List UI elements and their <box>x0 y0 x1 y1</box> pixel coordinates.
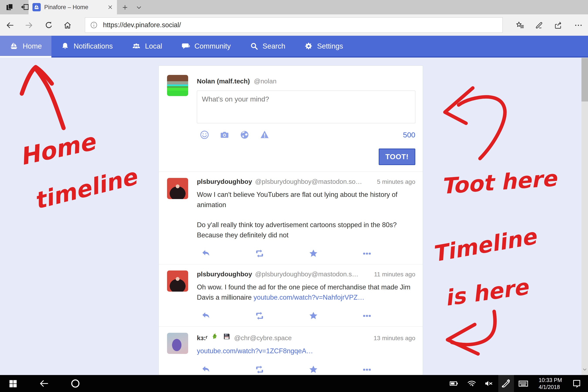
nav-item-home[interactable]: Home <box>0 36 52 56</box>
favorite-star-icon[interactable] <box>308 364 318 374</box>
timeline-post: plsburydoughboy @plsburydoughboy@mastodo… <box>159 172 423 264</box>
url-input[interactable] <box>102 21 474 29</box>
chars-remaining: 500 <box>403 131 415 139</box>
timeline-post: plsburydoughboy @plsburydoughboy@mastodo… <box>159 264 423 327</box>
screen: Pinafore – Home <box>0 0 588 392</box>
browser-more-icon[interactable] <box>574 20 583 30</box>
emoji-picker-icon[interactable] <box>200 130 210 140</box>
avatar[interactable] <box>167 178 188 199</box>
start-button[interactable] <box>6 375 20 392</box>
windows-ink-pen-icon[interactable] <box>498 375 514 392</box>
nav-label: Settings <box>317 42 343 50</box>
search-icon <box>250 42 258 50</box>
reply-icon[interactable] <box>201 249 211 258</box>
content-warning-icon[interactable] <box>260 130 270 140</box>
post-more-icon[interactable] <box>362 311 372 320</box>
share-icon[interactable] <box>554 20 563 30</box>
browser-tab[interactable]: Pinafore – Home <box>28 0 117 14</box>
post-link[interactable]: youtube.com/watch?v=NahfojrVPZ… <box>254 294 364 301</box>
taskbar-back-button[interactable] <box>38 375 50 392</box>
post-timestamp[interactable]: 13 minutes ago <box>374 335 415 342</box>
favorites-hub-icon[interactable] <box>515 20 525 30</box>
camera-icon[interactable] <box>220 130 230 140</box>
post-more-icon[interactable] <box>362 365 372 374</box>
post-user-name[interactable]: plsburydoughboy <box>197 270 252 278</box>
battery-icon[interactable] <box>447 375 461 392</box>
boost-icon[interactable] <box>254 311 264 321</box>
post-timestamp[interactable]: 5 minutes ago <box>377 178 415 185</box>
compose-user-handle: @nolan <box>254 78 276 85</box>
nav-item-community[interactable]: Community <box>172 36 240 56</box>
nav-item-settings[interactable]: Settings <box>295 36 352 56</box>
action-center-icon[interactable] <box>570 375 584 392</box>
post-user-handle: @chr@cybre.space <box>234 334 292 342</box>
avatar[interactable] <box>167 270 188 292</box>
compose-byline: Nolan (malf.tech) @nolan <box>197 78 415 85</box>
home-icon[interactable] <box>63 20 72 30</box>
timeline-feed: Nolan (malf.tech) @nolan <box>158 66 423 375</box>
browser-toolbar <box>0 14 588 36</box>
back-icon[interactable] <box>5 20 15 30</box>
nav-item-search[interactable]: Search <box>240 36 295 56</box>
dragon-emoji-icon <box>211 333 219 340</box>
floppy-disk-emoji-icon <box>223 333 230 340</box>
post-more-icon[interactable] <box>362 249 372 258</box>
post-user-name[interactable]: plsburydoughboy <box>197 178 252 185</box>
refresh-icon[interactable] <box>44 20 54 30</box>
site-info-icon[interactable] <box>90 21 98 29</box>
nav-label: Home <box>23 42 42 50</box>
toot-button[interactable]: TOOT! <box>379 148 415 165</box>
browser-tab-strip: Pinafore – Home <box>0 0 588 14</box>
nav-label: Local <box>145 42 162 50</box>
avatar[interactable] <box>167 333 188 354</box>
compose-toolbar: 500 <box>197 130 415 140</box>
taskbar-clock[interactable]: 10:33 PM 4/1/2018 <box>534 375 567 392</box>
bell-icon <box>61 42 69 50</box>
boost-icon[interactable] <box>254 248 264 258</box>
post-timestamp[interactable]: 11 minutes ago <box>374 271 415 278</box>
post-user-name[interactable]: kз:ʳ <box>197 334 208 342</box>
post-content: Oh wow. I found the ad for the one piece… <box>197 282 415 302</box>
new-tab-button[interactable] <box>120 3 130 12</box>
clock-time: 10:33 PM <box>538 376 562 384</box>
page-scrollbar[interactable] <box>582 58 588 375</box>
volume-muted-icon[interactable] <box>482 375 496 392</box>
post-content: Wow I can't believe YouTubers are flat o… <box>197 190 415 240</box>
avatar[interactable] <box>167 75 188 96</box>
tab-preview-icon[interactable] <box>5 2 15 12</box>
pinafore-favicon-icon <box>32 3 41 11</box>
favorite-star-icon[interactable] <box>308 248 318 258</box>
nav-item-notifications[interactable]: Notifications <box>52 36 122 56</box>
nav-label: Community <box>194 42 231 50</box>
page-background: Nolan (malf.tech) @nolan <box>0 58 588 375</box>
people-icon <box>132 42 141 50</box>
sailboat-icon <box>10 42 18 50</box>
forward-icon[interactable] <box>24 20 34 30</box>
address-bar[interactable] <box>85 18 503 33</box>
favorite-star-icon[interactable] <box>308 311 318 321</box>
tab-title: Pinafore – Home <box>44 4 105 11</box>
reply-icon[interactable] <box>201 311 211 320</box>
timeline-post: kз:ʳ @chr@cybre.space 13 minutes ago you… <box>159 327 423 375</box>
post-actions <box>197 311 415 322</box>
compose-box: Nolan (malf.tech) @nolan <box>159 66 423 172</box>
web-note-pen-icon[interactable] <box>534 20 544 30</box>
globe-icon[interactable] <box>240 130 250 140</box>
nav-item-local[interactable]: Local <box>122 36 172 56</box>
wifi-icon[interactable] <box>465 375 479 392</box>
touch-keyboard-icon[interactable] <box>516 375 531 392</box>
compose-input[interactable] <box>197 90 415 123</box>
boost-icon[interactable] <box>254 364 264 374</box>
post-link[interactable]: youtube.com/watch?v=1ZCF8ngqeA… <box>197 347 313 355</box>
windows-taskbar: 10:33 PM 4/1/2018 <box>0 375 588 392</box>
reply-icon[interactable] <box>201 365 211 374</box>
tab-close-icon[interactable] <box>107 4 113 10</box>
nav-label: Notifications <box>74 42 113 50</box>
post-user-handle: @plsburydoughboy@mastodon.so… <box>255 178 362 185</box>
scrollbar-thumb[interactable] <box>582 58 588 102</box>
cortana-button[interactable] <box>69 375 82 392</box>
tab-list-chevron-icon[interactable] <box>134 3 144 12</box>
post-content: youtube.com/watch?v=1ZCF8ngqeA… <box>197 346 415 356</box>
post-actions <box>197 248 415 260</box>
scrollbar-down-icon[interactable] <box>582 367 587 372</box>
